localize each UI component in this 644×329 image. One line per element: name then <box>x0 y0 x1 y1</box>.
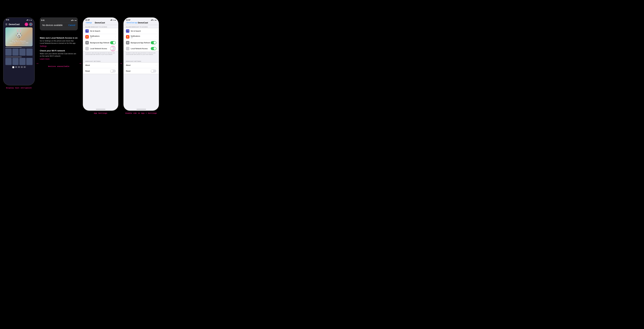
psb1 <box>71 21 71 21</box>
notifications-chevron: › <box>115 36 116 38</box>
media-card-1[interactable] <box>5 49 12 56</box>
bg-refresh-toggle-knob <box>113 42 116 44</box>
app-title: DemoCast <box>9 23 20 26</box>
s4sb3 <box>152 20 152 21</box>
screen4-status-bar: 11:57 ▲ ▬ <box>124 18 159 21</box>
page-dots <box>5 66 32 68</box>
media-card-7[interactable] <box>19 58 26 65</box>
s4-lna-toggle[interactable] <box>151 47 156 50</box>
arrow-2-icon: → <box>78 61 82 66</box>
screen4-siri-row[interactable]: 🎤 Siri & Search › <box>124 28 159 34</box>
card-row-1 <box>5 49 32 56</box>
media-card-2[interactable] <box>12 49 19 56</box>
s3-signal <box>110 19 112 21</box>
s4-siri-icon: 🎤 <box>126 29 130 33</box>
screen4-settings-group1: 🎤 Siri & Search › 🔔 Notifications Off <box>124 28 159 52</box>
instruction1-text: Go to Settings on this phone and check t… <box>40 40 78 45</box>
no-devices-title: No devices available <box>42 24 62 27</box>
hamburger-icon[interactable]: ☰ <box>5 23 8 26</box>
s4-bg-refresh-toggle[interactable] <box>151 41 156 44</box>
reset-content: Reset <box>85 70 110 72</box>
screen3-back-button[interactable]: ‹ Settings <box>85 22 92 24</box>
media-card-5[interactable] <box>5 58 12 65</box>
screen4-back-button[interactable]: ‹ DemoCast app <box>126 22 137 24</box>
screen3-bg-refresh-row[interactable]: ⚙ Background App Refresh <box>83 40 118 46</box>
about-content: About <box>85 64 115 66</box>
s4-lna-label: Local Network Access <box>131 48 151 50</box>
screen3-lna-row[interactable]: Local Network Access <box>83 46 118 51</box>
screen3-status-bar: 11:57 ▲ ▬ <box>83 18 118 21</box>
screen3-reset-row[interactable]: Reset <box>83 68 118 74</box>
dot-2 <box>15 66 17 68</box>
signal-bar-3 <box>27 20 28 21</box>
s4-notifications-sub: Off <box>131 37 156 39</box>
learn-more-link[interactable]: Learn more <box>40 58 78 60</box>
s4-signal <box>151 19 153 21</box>
bg-refresh-right <box>110 41 116 44</box>
screen4-notifications-row[interactable]: 🔔 Notifications Off › <box>124 34 159 40</box>
bg-refresh-label: Background App Refresh <box>90 42 110 44</box>
arrow-3: → <box>118 61 124 66</box>
play-button[interactable]: ▶ <box>17 35 21 39</box>
psb2 <box>72 20 72 21</box>
screen3-notifications-row[interactable]: 🔔 Notifications Off › <box>83 34 118 40</box>
screen3-nav: ‹ Settings DemoCast <box>83 21 118 25</box>
screen3-siri-row[interactable]: 🎤 Siri & Search › <box>83 28 118 34</box>
screen4-about-row[interactable]: About › <box>124 63 159 68</box>
screen4-nav: ‹ DemoCast app DemoCast <box>124 21 159 25</box>
bg-refresh-toggle[interactable] <box>110 41 116 44</box>
screen4-settings-group2: About › Reset <box>124 62 159 74</box>
screen3-phone: 11:57 ▲ ▬ ‹ Settings <box>83 18 118 111</box>
hero-title-overlay: Big Buck Bunny Peach Open Movie Project,… <box>5 40 32 44</box>
card-row-2 <box>5 58 32 65</box>
screen3-status-right: ▲ ▬ <box>110 19 116 21</box>
avatar-icon[interactable]: 👤 <box>29 23 32 26</box>
s4-about-content: About <box>126 64 156 66</box>
media-card-6[interactable] <box>12 58 19 65</box>
screen1-status-right: ▲ ▬ <box>26 19 32 21</box>
arrow-2: → <box>78 61 83 66</box>
s4-notifications-icon: 🔔 <box>126 35 130 39</box>
s4sb2 <box>151 20 152 21</box>
screen2-caption: Devices unavailable <box>48 66 70 67</box>
s4-bg-refresh-content: Background App Refresh <box>131 42 151 44</box>
hero-title: Big Buck Bunny <box>5 40 32 42</box>
s4-lna-content: Local Network Access <box>131 48 151 50</box>
screen3-about-row[interactable]: About › <box>83 63 118 68</box>
reset-toggle[interactable] <box>110 70 116 73</box>
arrow-1: → <box>35 61 40 66</box>
screen3-lna-note: Enabled to allow this app permission to … <box>83 52 118 57</box>
s4-bg-refresh-knob <box>154 42 156 44</box>
dot-4 <box>21 66 23 68</box>
no-devices-popup: 9:41 ▲ ▬ No devices available <box>40 18 78 30</box>
s4-siri-content: Siri & Search <box>131 30 156 32</box>
s4-battery: ▬ <box>155 19 156 21</box>
media-card-8[interactable] <box>26 58 32 65</box>
screen4-reset-row[interactable]: Reset <box>124 68 159 74</box>
s4-bg-refresh-icon: ⚙ <box>126 41 130 45</box>
screen4-lna-row[interactable]: Local Network Access <box>124 46 159 51</box>
cast-icon[interactable]: ⬡ <box>25 23 28 26</box>
screen3-col: 11:57 ▲ ▬ ‹ Settings <box>83 18 118 114</box>
screen3-caption: App Settings <box>94 112 107 114</box>
lna-toggle[interactable] <box>110 47 116 50</box>
cancel-button[interactable]: Cancel <box>68 24 75 27</box>
settings-link[interactable]: Settings <box>40 45 78 47</box>
s3sb4 <box>112 19 112 21</box>
screen3-page-title: DemoCast <box>95 22 105 24</box>
no-devices-time: 9:41 <box>41 19 44 21</box>
screen4-bg-refresh-row[interactable]: ⚙ Background App Refresh <box>124 40 159 46</box>
reset-toggle-knob <box>110 70 113 72</box>
header-icons: ⬡ 👤 <box>25 23 32 26</box>
media-card-3[interactable] <box>19 49 26 56</box>
s4-siri-label: Siri & Search <box>131 30 156 32</box>
screen4-time: 11:57 <box>126 19 130 21</box>
media-card-4[interactable] <box>26 49 32 56</box>
main-container: 9:41 ▲ ▬ ☰ DemoCast <box>3 18 240 114</box>
notifications-icon: 🔔 <box>85 35 89 39</box>
progress-bar <box>5 47 32 48</box>
screen3-home-indicator <box>96 109 106 109</box>
s4-reset-toggle[interactable] <box>151 70 156 73</box>
screen4-gap <box>124 57 159 59</box>
screen3-time: 11:57 <box>85 19 90 21</box>
